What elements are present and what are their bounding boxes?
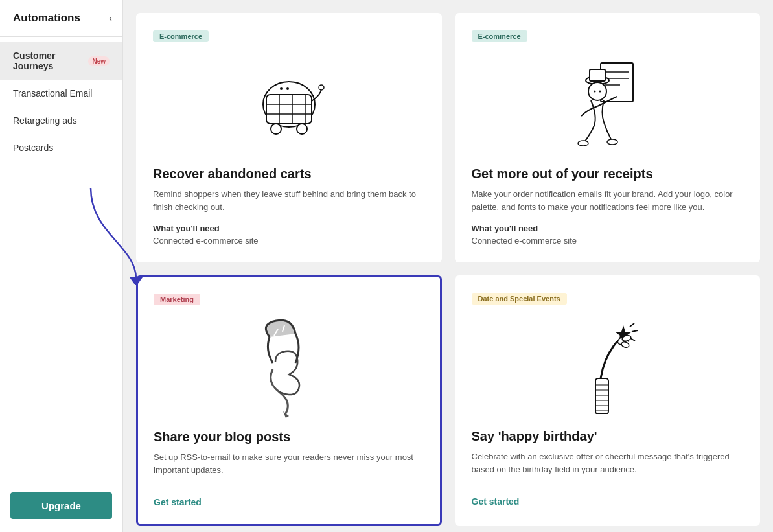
card-badge: Date and Special Events	[472, 293, 567, 305]
sidebar-nav: Customer JourneysNewTransactional EmailR…	[0, 37, 122, 480]
card-get-started-link[interactable]: Get started	[472, 496, 520, 507]
card-title: Say 'happy birthday'	[472, 429, 744, 444]
svg-line-28	[630, 323, 634, 327]
card-need-value: Connected e-commerce site	[153, 236, 425, 246]
svg-point-21	[599, 90, 601, 92]
card-get-started-link[interactable]: Get started	[154, 497, 202, 507]
sidebar-item-retargeting-ads[interactable]: Retargeting ads	[0, 107, 122, 134]
card-share-blog-posts[interactable]: Marketing Share your blog postsSet up RS…	[136, 275, 442, 526]
card-recover-abandoned-carts[interactable]: E-commerce Recover aban	[136, 13, 442, 262]
sidebar-upgrade-section: Upgrade	[0, 480, 122, 532]
card-description: Remind shoppers when they leave stuff be…	[153, 188, 425, 213]
main-content: E-commerce Recover aban	[123, 0, 773, 532]
sidebar-item-label: Retargeting ads	[13, 115, 77, 126]
cards-grid: E-commerce Recover aban	[136, 13, 760, 526]
card-description: Set up RSS-to-email to make sure your re…	[154, 451, 424, 476]
svg-point-22	[578, 141, 588, 146]
card-title: Get more out of your receipts	[472, 167, 744, 181]
svg-point-10	[297, 124, 307, 134]
sidebar-item-label: Postcards	[13, 143, 53, 153]
card-badge: E-commerce	[153, 30, 209, 42]
sidebar-header: Automations ‹	[0, 0, 122, 37]
sidebar-title: Automations	[13, 12, 80, 25]
svg-point-20	[594, 90, 596, 92]
svg-point-19	[588, 82, 606, 100]
card-need-label: What you'll need	[472, 224, 744, 233]
card-say-happy-birthday[interactable]: Date and Special Events	[455, 275, 761, 526]
card-need-value: Connected e-commerce site	[472, 236, 744, 246]
collapse-icon[interactable]: ‹	[109, 13, 112, 23]
svg-point-9	[271, 124, 281, 134]
card-illustration	[472, 52, 744, 156]
svg-point-23	[607, 139, 617, 145]
card-need-label: What you'll need	[153, 224, 425, 233]
sidebar-item-transactional-email[interactable]: Transactional Email	[0, 80, 122, 107]
card-illustration	[153, 52, 425, 156]
card-title: Share your blog posts	[154, 430, 424, 445]
card-description: Make your order notification emails fit …	[472, 188, 744, 213]
sidebar: Automations ‹ Customer JourneysNewTransa…	[0, 0, 123, 532]
svg-rect-31	[595, 378, 608, 414]
card-illustration	[472, 315, 744, 419]
card-get-more-receipts[interactable]: E-commerce	[455, 13, 761, 262]
card-badge: Marketing	[154, 294, 200, 305]
svg-line-29	[632, 330, 638, 332]
card-description: Celebrate with an exclusive offer or che…	[472, 450, 744, 476]
svg-point-12	[286, 87, 289, 90]
card-title: Recover abandoned carts	[153, 167, 425, 181]
sidebar-item-postcards[interactable]: Postcards	[0, 134, 122, 161]
upgrade-button[interactable]: Upgrade	[10, 492, 112, 519]
sidebar-item-label: Transactional Email	[13, 88, 92, 98]
svg-point-11	[280, 87, 283, 90]
sidebar-item-label: Customer Journeys	[13, 51, 80, 71]
card-badge: E-commerce	[472, 30, 527, 42]
svg-point-8	[319, 85, 324, 90]
card-illustration	[154, 316, 424, 419]
svg-point-40	[621, 341, 630, 349]
new-badge: New	[88, 56, 110, 66]
sidebar-item-customer-journeys[interactable]: Customer JourneysNew	[0, 42, 122, 80]
svg-rect-18	[590, 69, 605, 81]
